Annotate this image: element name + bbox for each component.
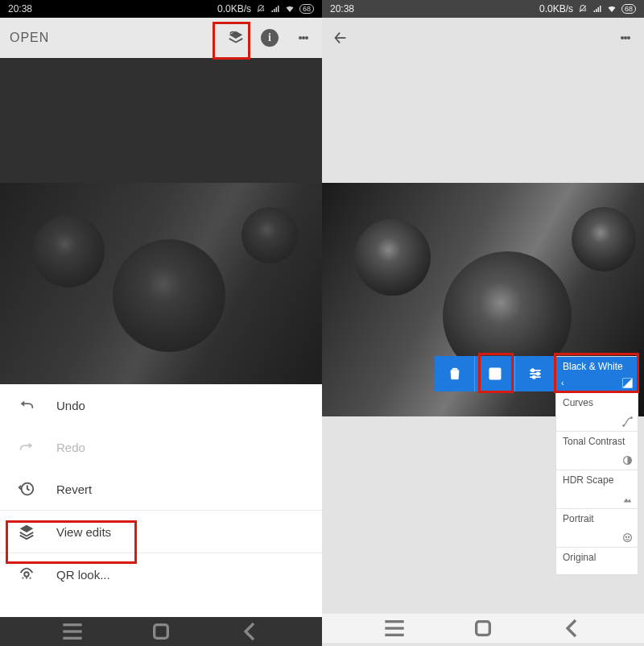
nav-back[interactable]	[555, 621, 588, 636]
menu-revert[interactable]: Revert	[0, 468, 322, 510]
portrait-icon	[622, 532, 633, 543]
menu-qr-look-label: QR look...	[56, 568, 110, 582]
app-bar-right	[322, 18, 644, 58]
chevron-left-icon: ‹	[561, 378, 564, 387]
status-datarate: 0.0KB/s	[539, 3, 573, 14]
app-bar-left: OPEN i	[0, 18, 322, 58]
status-time: 20:38	[330, 3, 354, 14]
stack-item-label: Tonal Contrast	[563, 437, 631, 447]
stack-item-bw[interactable]: Black & White ‹	[556, 357, 638, 392]
svg-point-20	[623, 425, 625, 427]
revert-icon	[18, 480, 35, 498]
status-time: 20:38	[8, 3, 32, 14]
menu-revert-label: Revert	[56, 482, 92, 496]
battery-indicator: 68	[299, 4, 314, 14]
status-bar: 20:38 0.0KB/s 68	[322, 0, 644, 18]
menu-undo-label: Undo	[56, 399, 85, 412]
status-datarate: 0.0KB/s	[217, 3, 251, 14]
more-icon[interactable]	[295, 29, 312, 47]
svg-point-2	[24, 572, 29, 577]
signal-icon	[592, 4, 602, 14]
svg-point-24	[625, 536, 626, 537]
stack-item-label: Portrait	[563, 514, 631, 524]
nav-home[interactable]	[145, 624, 177, 639]
nav-home[interactable]	[467, 621, 499, 636]
stack-delete-button[interactable]	[435, 356, 475, 391]
stack-item-label: Black & White	[563, 362, 631, 372]
edit-stack: Black & White ‹ Curves Tonal Contrast HD…	[555, 356, 638, 575]
curves-icon	[622, 416, 633, 427]
image-canvas	[0, 58, 322, 384]
system-nav-right	[322, 614, 644, 643]
status-bar: 20:38 0.0KB/s 68	[0, 0, 322, 18]
menu-view-edits[interactable]: View edits	[0, 511, 322, 553]
signal-icon	[270, 4, 280, 14]
stack-item-portrait[interactable]: Portrait	[556, 508, 638, 547]
undo-icon	[18, 396, 35, 414]
svg-rect-11	[477, 622, 490, 636]
view-edits-icon	[18, 523, 35, 540]
wifi-icon	[607, 4, 617, 14]
hdr-icon	[622, 494, 633, 504]
menu-view-edits-label: View edits	[56, 525, 111, 539]
svg-point-21	[631, 417, 633, 419]
nav-back[interactable]	[233, 624, 266, 639]
stack-edit-button[interactable]	[475, 356, 515, 391]
system-nav-left	[0, 617, 322, 646]
tonal-icon	[622, 455, 633, 466]
layers-icon[interactable]	[227, 29, 245, 47]
nav-recents[interactable]	[56, 624, 89, 639]
wifi-icon	[285, 4, 295, 14]
nav-recents[interactable]	[378, 621, 411, 636]
stack-item-label: Curves	[563, 398, 631, 408]
stack-item-label: Original	[563, 553, 631, 563]
dnd-icon	[256, 4, 266, 14]
stack-item-tonal[interactable]: Tonal Contrast	[556, 431, 638, 470]
svg-point-25	[629, 536, 630, 537]
menu-redo: Redo	[0, 426, 322, 468]
svg-point-16	[531, 369, 534, 371]
redo-icon	[18, 438, 35, 456]
stack-item-curves[interactable]: Curves	[556, 392, 638, 431]
menu-redo-label: Redo	[56, 441, 85, 454]
svg-rect-6	[155, 625, 168, 639]
more-icon[interactable]	[617, 29, 634, 47]
stack-tune-button[interactable]	[515, 356, 555, 391]
stack-item-hdr[interactable]: HDR Scape	[556, 470, 638, 508]
svg-point-18	[533, 376, 535, 379]
svg-point-17	[537, 372, 539, 375]
stack-item-original[interactable]: Original	[556, 547, 638, 574]
svg-point-23	[624, 534, 632, 542]
battery-indicator: 68	[621, 4, 636, 14]
stack-item-label: HDR Scape	[563, 475, 631, 486]
edits-menu-sheet: Undo Redo Revert View edits	[0, 384, 322, 617]
menu-qr-look[interactable]: QR look...	[0, 553, 322, 595]
menu-undo[interactable]: Undo	[0, 384, 322, 426]
phone-left: 20:38 0.0KB/s 68 OPEN	[0, 0, 322, 646]
dnd-icon	[578, 4, 588, 14]
back-icon[interactable]	[332, 29, 349, 47]
qr-icon	[18, 565, 35, 583]
bw-thumb-icon	[622, 378, 633, 388]
info-icon[interactable]: i	[261, 29, 279, 47]
open-button[interactable]: OPEN	[10, 31, 49, 45]
edit-action-bar	[435, 356, 555, 391]
